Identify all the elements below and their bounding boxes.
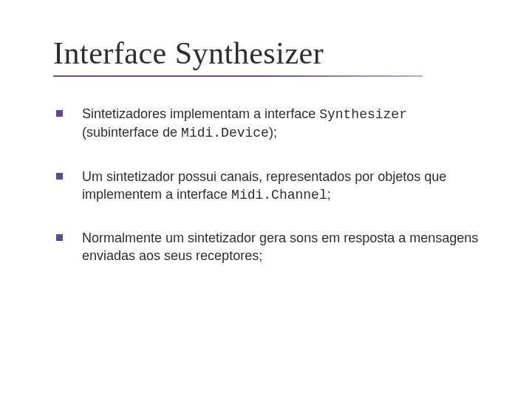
bullet-text: Um sintetizador possui canais, represent… — [82, 168, 488, 205]
code-run: Midi.Device — [181, 126, 269, 140]
text-run: ); — [269, 125, 277, 140]
list-item: Normalmente um sintetizador gera sons em… — [56, 229, 488, 266]
bullet-text: Sintetizadores implementam a interface S… — [82, 105, 488, 143]
text-run: ; — [327, 187, 331, 202]
text-run: Sintetizadores implementam a interface — [82, 106, 319, 121]
bullet-icon — [56, 173, 63, 180]
bullet-list: Sintetizadores implementam a interface S… — [53, 105, 488, 266]
code-run: Midi.Channel — [231, 188, 327, 202]
bullet-icon — [56, 110, 63, 117]
slide: Interface Synthesizer Sintetizadores imp… — [0, 0, 532, 399]
list-item: Sintetizadores implementam a interface S… — [56, 105, 488, 143]
bullet-icon — [56, 234, 63, 241]
code-run: Synthesizer — [319, 107, 407, 122]
list-item: Um sintetizador possui canais, represent… — [56, 168, 488, 205]
slide-title: Interface Synthesizer — [53, 35, 488, 71]
title-underline — [53, 75, 423, 77]
text-run: Normalmente um sintetizador gera sons em… — [82, 231, 478, 263]
text-run: (subinterface de — [82, 125, 181, 140]
bullet-text: Normalmente um sintetizador gera sons em… — [82, 229, 488, 266]
